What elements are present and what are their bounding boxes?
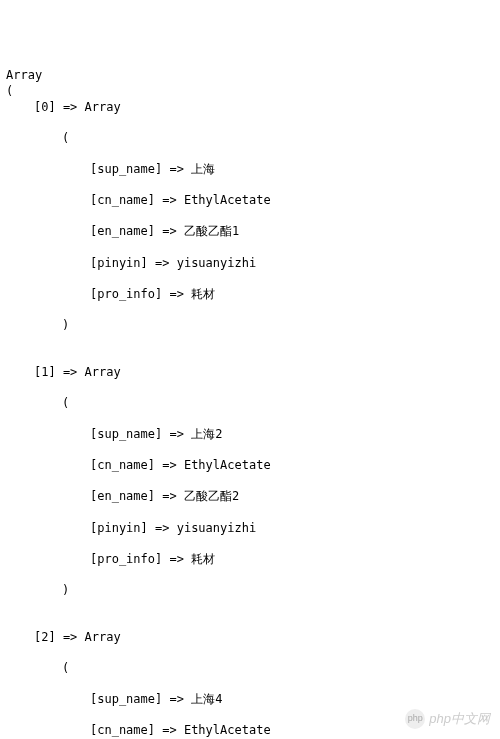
watermark-text: php中文网 bbox=[429, 711, 490, 728]
close-paren: ) bbox=[6, 583, 494, 599]
php-logo-icon: php bbox=[405, 709, 425, 729]
field-row: [pro_info] => 耗材 bbox=[6, 552, 494, 568]
watermark: php php中文网 bbox=[405, 709, 490, 729]
array-index-row: [1] => Array bbox=[6, 365, 494, 381]
field-row: [en_name] => 乙酸乙酯2 bbox=[6, 489, 494, 505]
field-row: [pinyin] => yisuanyizhi bbox=[6, 256, 494, 272]
field-row: [cn_name] => EthylAcetate bbox=[6, 193, 494, 209]
open-paren: ( bbox=[6, 131, 494, 147]
field-row: [cn_name] => EthylAcetate bbox=[6, 458, 494, 474]
php-array-dump: Array ( [0] => Array ( [sup_name] => 上海 … bbox=[6, 68, 494, 739]
field-row: [sup_name] => 上海4 bbox=[6, 692, 494, 708]
field-row: [pro_info] => 耗材 bbox=[6, 287, 494, 303]
array-header: Array bbox=[6, 68, 42, 82]
open-paren: ( bbox=[6, 396, 494, 412]
open-paren: ( bbox=[6, 84, 13, 98]
array-index-row: [2] => Array bbox=[6, 630, 494, 646]
field-row: [sup_name] => 上海2 bbox=[6, 427, 494, 443]
field-row: [en_name] => 乙酸乙酯1 bbox=[6, 224, 494, 240]
field-row: [sup_name] => 上海 bbox=[6, 162, 494, 178]
open-paren: ( bbox=[6, 661, 494, 677]
close-paren: ) bbox=[6, 318, 494, 334]
array-index-row: [0] => Array bbox=[6, 100, 494, 116]
field-row: [pinyin] => yisuanyizhi bbox=[6, 521, 494, 537]
